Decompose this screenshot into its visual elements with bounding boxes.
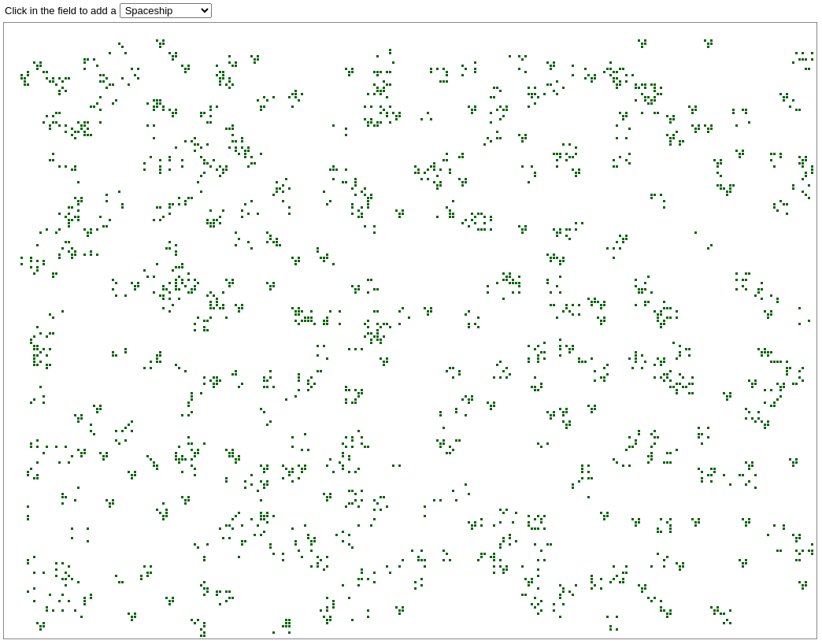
game-canvas-container[interactable] — [3, 22, 817, 639]
instruction-label: Click in the field to add a — [5, 5, 117, 17]
game-canvas[interactable] — [4, 23, 817, 639]
toolbar: Click in the field to add a SpaceshipGli… — [0, 0, 822, 20]
pattern-select[interactable]: SpaceshipGliderBlockBlinkerBeaconPulsarP… — [120, 3, 212, 18]
